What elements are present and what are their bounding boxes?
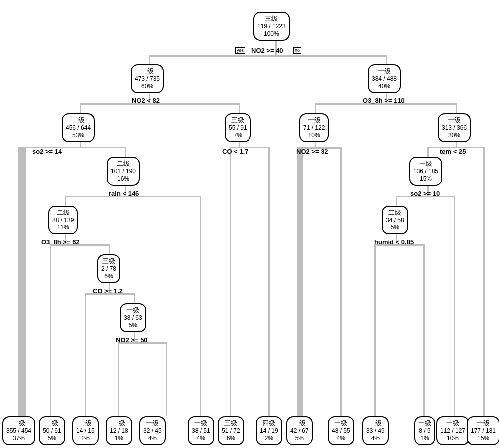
node-percent: 15% xyxy=(471,435,496,442)
leaf-node: 二级 12 / 18 1% xyxy=(106,416,132,445)
leaf-node: 二级 33 / 49 4% xyxy=(362,416,389,445)
node-level2-right: 一级 384 / 488 40% xyxy=(368,64,401,93)
node-ll: 二级 456 / 644 53% xyxy=(62,113,95,142)
node-label: 一级 xyxy=(372,67,397,75)
node-label: 一级 xyxy=(471,419,496,427)
node-percent: 4% xyxy=(366,435,385,442)
node-rrl: 一级 136 / 185 15% xyxy=(409,157,442,186)
node-fraction: 101 / 190 xyxy=(111,168,136,175)
node-label: 二级 xyxy=(6,419,31,427)
node-label: 一级 xyxy=(413,160,438,168)
node-llrl: 二级 88 / 139 11% xyxy=(48,206,78,234)
node-percent: 4% xyxy=(192,435,210,442)
node-label: 二级 xyxy=(111,160,136,168)
node-percent: 1% xyxy=(418,435,431,442)
cond-ll: so2 >= 14 xyxy=(32,148,62,155)
node-fraction: 2 / 78 xyxy=(101,265,116,273)
node-label: 二级 xyxy=(366,419,385,427)
node-label: 二级 xyxy=(386,209,404,217)
node-label: 二级 xyxy=(290,419,309,427)
node-llr: 二级 101 / 190 16% xyxy=(107,157,140,186)
node-fraction: 384 / 488 xyxy=(372,75,397,83)
leaf-node: 一级 48 / 55 4% xyxy=(328,416,354,445)
leaf-node: 一级 38 / 51 4% xyxy=(188,416,214,445)
cond-root: NO2 >= 40 xyxy=(251,47,283,54)
node-percent: 1% xyxy=(110,435,128,442)
node-fraction: 33 / 49 xyxy=(366,427,385,435)
cond-llr: rain < 146 xyxy=(109,190,139,197)
node-fraction: 177 / 181 xyxy=(471,427,496,435)
node-fraction: 355 / 454 xyxy=(6,427,31,435)
node-percent: 6% xyxy=(101,273,116,280)
leaf-node: 三级 51 / 72 6% xyxy=(218,416,244,445)
node-label: 二级 xyxy=(52,209,74,217)
leaf-node: 一级 8 / 9 1% xyxy=(414,416,435,445)
node-fraction: 456 / 644 xyxy=(66,124,91,132)
node-label: 三级 xyxy=(222,419,240,427)
decision-tree-diagram: 三级 119 / 1223 100% 二级 473 / 735 60% 一级 3… xyxy=(0,0,499,448)
node-fraction: 50 / 61 xyxy=(43,427,61,435)
node-fraction: 38 / 51 xyxy=(192,427,210,435)
leaf-node: 二级 14 / 15 1% xyxy=(72,416,99,445)
node-percent: 15% xyxy=(413,175,438,183)
node-percent: 5% xyxy=(43,435,61,442)
leaf-node: 一级 177 / 181 15% xyxy=(467,416,499,445)
node-percent: 11% xyxy=(52,224,74,231)
node-percent: 16% xyxy=(111,175,136,183)
node-level2-left: 二级 473 / 735 60% xyxy=(131,64,164,93)
cond-rrl: so2 >= 10 xyxy=(410,190,440,197)
node-fraction: 8 / 9 xyxy=(418,427,431,435)
node-fraction: 136 / 185 xyxy=(413,168,438,175)
leaf-node: 二级 42 / 67 5% xyxy=(286,416,313,445)
node-lr: 三级 55 / 91 7% xyxy=(225,113,251,142)
node-label: 四级 xyxy=(260,419,278,427)
node-percent: 100% xyxy=(257,30,286,38)
node-percent: 4% xyxy=(332,435,350,442)
cond-llrlr: CO >= 1.2 xyxy=(93,287,123,295)
node-fraction: 32 / 45 xyxy=(143,427,162,435)
node-label: 一级 xyxy=(303,116,325,124)
leaf-node: 二级 355 / 454 37% xyxy=(2,416,35,445)
node-label: 三级 xyxy=(101,257,116,265)
node-label: 三级 xyxy=(229,116,247,124)
cond-llrl: O3_8h >= 62 xyxy=(41,238,80,246)
node-label: 一级 xyxy=(332,419,350,427)
node-fraction: 42 / 67 xyxy=(290,427,309,435)
node-fraction: 12 / 18 xyxy=(110,427,128,435)
node-rr: 一级 313 / 366 30% xyxy=(438,113,471,142)
node-label: 一级 xyxy=(442,116,467,124)
node-percent: 37% xyxy=(6,435,31,442)
cond-lr: CO < 1.7 xyxy=(222,148,248,155)
node-label: 一级 xyxy=(418,419,431,427)
leaf-node: 二级 50 / 61 5% xyxy=(39,416,65,445)
node-fraction: 88 / 139 xyxy=(52,217,74,224)
node-label: 二级 xyxy=(110,419,128,427)
node-percent: 2% xyxy=(260,435,278,442)
node-fraction: 14 / 19 xyxy=(260,427,278,435)
node-percent: 53% xyxy=(66,132,91,139)
node-percent: 10% xyxy=(440,435,465,442)
node-label: 三级 xyxy=(257,15,286,23)
node-rl: 一级 71 / 122 10% xyxy=(299,113,329,142)
cond-r: O3_8h >= 110 xyxy=(363,97,405,104)
node-label: 二级 xyxy=(66,116,91,124)
node-percent: 60% xyxy=(135,83,160,90)
node-label: 一级 xyxy=(124,306,142,314)
node-fraction: 38 / 63 xyxy=(124,314,142,322)
node-label: 一级 xyxy=(440,419,465,427)
node-label: 一级 xyxy=(143,419,162,427)
node-root: 三级 119 / 1223 100% xyxy=(253,12,290,41)
node-label: 二级 xyxy=(43,419,61,427)
node-llrlr: 三级 2 / 78 6% xyxy=(97,254,120,283)
node-percent: 5% xyxy=(124,322,142,329)
node-fraction: 55 / 91 xyxy=(229,124,247,132)
node-rrll: 二级 34 / 58 5% xyxy=(382,206,408,234)
leaf-node: 四级 14 / 19 2% xyxy=(256,416,282,445)
node-percent: 1% xyxy=(76,435,95,442)
node-label: 一级 xyxy=(192,419,210,427)
no-tag: no xyxy=(293,47,301,54)
node-fraction: 313 / 366 xyxy=(442,124,467,132)
node-fraction: 14 / 15 xyxy=(76,427,95,435)
node-label: 二级 xyxy=(135,67,160,75)
leaf-node: 一级 112 / 127 10% xyxy=(436,416,469,445)
